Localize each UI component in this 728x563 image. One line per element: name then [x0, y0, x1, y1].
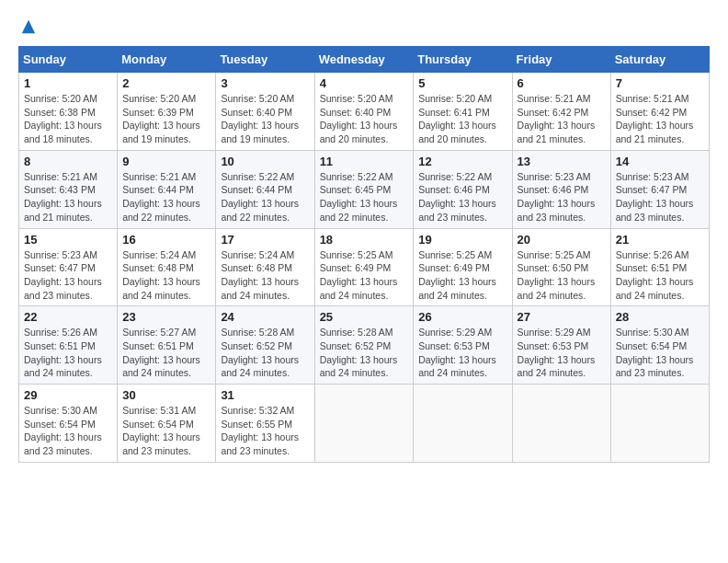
calendar-table: SundayMondayTuesdayWednesdayThursdayFrid…: [18, 46, 710, 463]
calendar-cell: 31Sunrise: 5:32 AMSunset: 6:55 PMDayligh…: [216, 385, 314, 463]
day-number: 22: [24, 310, 112, 324]
day-number: 4: [320, 76, 409, 90]
day-info: Sunrise: 5:23 AMSunset: 6:46 PMDaylight:…: [518, 170, 606, 224]
day-number: 5: [418, 76, 506, 90]
day-number: 8: [24, 155, 112, 168]
day-number: 7: [616, 76, 704, 90]
calendar-cell: 21Sunrise: 5:26 AMSunset: 6:51 PMDayligh…: [610, 228, 709, 306]
calendar-cell: 12Sunrise: 5:22 AMSunset: 6:46 PMDayligh…: [414, 150, 512, 228]
day-info: Sunrise: 5:20 AMSunset: 6:40 PMDaylight:…: [221, 92, 309, 146]
day-info: Sunrise: 5:31 AMSunset: 6:54 PMDaylight:…: [122, 404, 210, 458]
day-info: Sunrise: 5:22 AMSunset: 6:46 PMDaylight:…: [418, 170, 506, 224]
calendar-week-1: 1Sunrise: 5:20 AMSunset: 6:38 PMDaylight…: [19, 73, 710, 151]
day-number: 20: [518, 233, 606, 247]
day-info: Sunrise: 5:22 AMSunset: 6:45 PMDaylight:…: [320, 170, 409, 224]
day-info: Sunrise: 5:20 AMSunset: 6:39 PMDaylight:…: [122, 92, 210, 146]
calendar-cell: 8Sunrise: 5:21 AMSunset: 6:43 PMDaylight…: [19, 150, 118, 228]
calendar-header-row: SundayMondayTuesdayWednesdayThursdayFrid…: [19, 47, 710, 73]
calendar-header-thursday: Thursday: [414, 47, 512, 73]
calendar-cell: 14Sunrise: 5:23 AMSunset: 6:47 PMDayligh…: [610, 150, 709, 228]
day-info: Sunrise: 5:20 AMSunset: 6:41 PMDaylight:…: [418, 92, 506, 146]
day-number: 18: [320, 233, 409, 247]
calendar-header-friday: Friday: [512, 47, 610, 73]
day-info: Sunrise: 5:24 AMSunset: 6:48 PMDaylight:…: [122, 248, 210, 303]
day-info: Sunrise: 5:23 AMSunset: 6:47 PMDaylight:…: [616, 170, 704, 224]
calendar-cell: 15Sunrise: 5:23 AMSunset: 6:47 PMDayligh…: [19, 228, 118, 306]
day-info: Sunrise: 5:21 AMSunset: 6:43 PMDaylight:…: [24, 170, 112, 224]
day-number: 23: [122, 310, 210, 324]
day-info: Sunrise: 5:25 AMSunset: 6:49 PMDaylight:…: [418, 248, 506, 303]
calendar-header-saturday: Saturday: [610, 47, 709, 73]
calendar-cell: 1Sunrise: 5:20 AMSunset: 6:38 PMDaylight…: [19, 73, 118, 151]
calendar-week-4: 22Sunrise: 5:26 AMSunset: 6:51 PMDayligh…: [19, 306, 710, 385]
day-number: 2: [122, 76, 210, 90]
calendar-cell: 17Sunrise: 5:24 AMSunset: 6:48 PMDayligh…: [216, 228, 314, 306]
day-number: 27: [518, 310, 606, 324]
calendar-cell: 5Sunrise: 5:20 AMSunset: 6:41 PMDaylight…: [414, 73, 512, 151]
calendar-cell: [314, 385, 414, 463]
day-number: 10: [221, 155, 309, 168]
day-number: 19: [418, 233, 506, 247]
calendar-week-3: 15Sunrise: 5:23 AMSunset: 6:47 PMDayligh…: [19, 228, 710, 306]
day-info: Sunrise: 5:23 AMSunset: 6:47 PMDaylight:…: [24, 248, 112, 303]
svg-marker-0: [22, 20, 35, 33]
day-number: 12: [418, 155, 506, 168]
day-number: 1: [24, 76, 112, 90]
day-info: Sunrise: 5:30 AMSunset: 6:54 PMDaylight:…: [616, 326, 704, 380]
day-number: 21: [616, 233, 704, 247]
calendar-cell: 20Sunrise: 5:25 AMSunset: 6:50 PMDayligh…: [512, 228, 610, 306]
calendar-cell: 6Sunrise: 5:21 AMSunset: 6:42 PMDaylight…: [512, 73, 610, 151]
calendar-cell: 26Sunrise: 5:29 AMSunset: 6:53 PMDayligh…: [414, 306, 512, 385]
day-info: Sunrise: 5:26 AMSunset: 6:51 PMDaylight:…: [616, 248, 704, 303]
day-info: Sunrise: 5:25 AMSunset: 6:49 PMDaylight:…: [320, 248, 409, 303]
calendar-cell: 22Sunrise: 5:26 AMSunset: 6:51 PMDayligh…: [19, 306, 118, 385]
day-number: 15: [24, 233, 112, 247]
calendar-cell: 28Sunrise: 5:30 AMSunset: 6:54 PMDayligh…: [610, 306, 709, 385]
calendar-week-2: 8Sunrise: 5:21 AMSunset: 6:43 PMDaylight…: [19, 150, 710, 228]
day-info: Sunrise: 5:22 AMSunset: 6:44 PMDaylight:…: [221, 170, 309, 224]
calendar-cell: 19Sunrise: 5:25 AMSunset: 6:49 PMDayligh…: [414, 228, 512, 306]
day-number: 3: [221, 76, 309, 90]
day-number: 25: [320, 310, 409, 324]
day-info: Sunrise: 5:28 AMSunset: 6:52 PMDaylight:…: [320, 326, 409, 380]
calendar-header-wednesday: Wednesday: [314, 47, 414, 73]
calendar-cell: [610, 385, 709, 463]
day-number: 11: [320, 155, 409, 168]
day-number: 29: [24, 388, 112, 402]
calendar-header-monday: Monday: [118, 47, 216, 73]
logo: [18, 18, 37, 31]
calendar-header-tuesday: Tuesday: [216, 47, 314, 73]
day-number: 16: [122, 233, 210, 247]
calendar-cell: 11Sunrise: 5:22 AMSunset: 6:45 PMDayligh…: [314, 150, 414, 228]
calendar-cell: 24Sunrise: 5:28 AMSunset: 6:52 PMDayligh…: [216, 306, 314, 385]
day-info: Sunrise: 5:21 AMSunset: 6:44 PMDaylight:…: [122, 170, 210, 224]
calendar-cell: 4Sunrise: 5:20 AMSunset: 6:40 PMDaylight…: [314, 73, 414, 151]
day-number: 13: [518, 155, 606, 168]
day-info: Sunrise: 5:20 AMSunset: 6:40 PMDaylight:…: [320, 92, 409, 146]
day-info: Sunrise: 5:25 AMSunset: 6:50 PMDaylight:…: [518, 248, 606, 303]
calendar-cell: 23Sunrise: 5:27 AMSunset: 6:51 PMDayligh…: [118, 306, 216, 385]
day-info: Sunrise: 5:21 AMSunset: 6:42 PMDaylight:…: [518, 92, 606, 146]
calendar-cell: 7Sunrise: 5:21 AMSunset: 6:42 PMDaylight…: [610, 73, 709, 151]
day-info: Sunrise: 5:32 AMSunset: 6:55 PMDaylight:…: [221, 404, 309, 458]
page-header: [18, 18, 710, 31]
calendar-cell: [512, 385, 610, 463]
calendar-cell: 2Sunrise: 5:20 AMSunset: 6:39 PMDaylight…: [118, 73, 216, 151]
day-number: 30: [122, 388, 210, 402]
calendar-week-5: 29Sunrise: 5:30 AMSunset: 6:54 PMDayligh…: [19, 385, 710, 463]
calendar-cell: 30Sunrise: 5:31 AMSunset: 6:54 PMDayligh…: [118, 385, 216, 463]
day-info: Sunrise: 5:24 AMSunset: 6:48 PMDaylight:…: [221, 248, 309, 303]
calendar-cell: 29Sunrise: 5:30 AMSunset: 6:54 PMDayligh…: [19, 385, 118, 463]
calendar-cell: 18Sunrise: 5:25 AMSunset: 6:49 PMDayligh…: [314, 228, 414, 306]
day-number: 14: [616, 155, 704, 168]
calendar-cell: [414, 385, 512, 463]
day-info: Sunrise: 5:27 AMSunset: 6:51 PMDaylight:…: [122, 326, 210, 380]
day-info: Sunrise: 5:28 AMSunset: 6:52 PMDaylight:…: [221, 326, 309, 380]
calendar-cell: 27Sunrise: 5:29 AMSunset: 6:53 PMDayligh…: [512, 306, 610, 385]
calendar-cell: 3Sunrise: 5:20 AMSunset: 6:40 PMDaylight…: [216, 73, 314, 151]
day-number: 9: [122, 155, 210, 168]
calendar-cell: 10Sunrise: 5:22 AMSunset: 6:44 PMDayligh…: [216, 150, 314, 228]
calendar-header-sunday: Sunday: [19, 47, 118, 73]
calendar-cell: 13Sunrise: 5:23 AMSunset: 6:46 PMDayligh…: [512, 150, 610, 228]
day-number: 17: [221, 233, 309, 247]
